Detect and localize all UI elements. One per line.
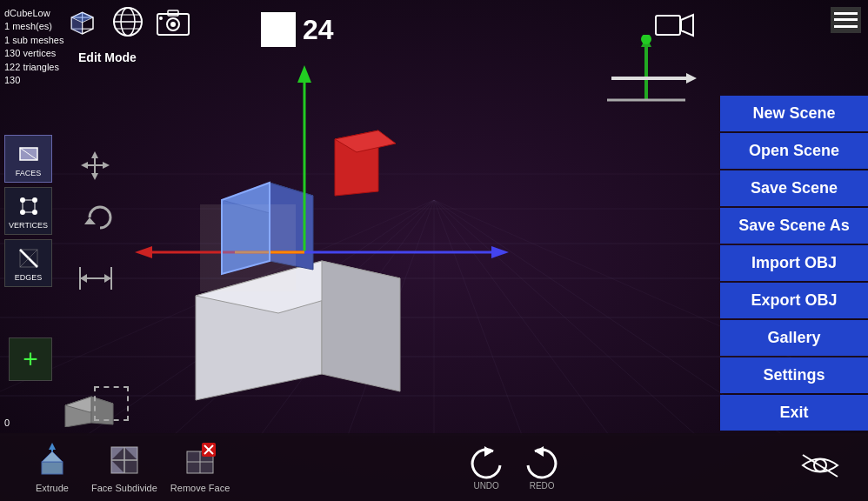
selection-box: [94, 386, 129, 421]
svg-marker-84: [81, 162, 88, 169]
mode-vertices-label: VERTICES: [9, 221, 48, 230]
extra-number: 130: [4, 74, 63, 87]
ham-line-2: [834, 18, 858, 21]
triangle-count: 122 triangles: [4, 61, 63, 74]
svg-marker-42: [686, 73, 697, 84]
face-subdivide-icon: [105, 441, 144, 479]
sub-mesh-count: 1 sub meshes: [4, 34, 63, 47]
redo-button[interactable]: REDO: [523, 444, 561, 491]
menu-open-scene[interactable]: Open Scene: [720, 133, 868, 169]
svg-point-62: [170, 22, 176, 27]
svg-marker-86: [84, 217, 96, 224]
ham-line-3: [834, 25, 858, 28]
svg-marker-91: [104, 274, 111, 283]
mode-edges[interactable]: EDGES: [4, 239, 52, 287]
svg-rect-65: [656, 16, 680, 35]
hamburger-menu[interactable]: [831, 7, 861, 33]
menu-save-scene-as[interactable]: Save Scene As: [720, 208, 868, 244]
frame-number: 24: [303, 14, 334, 46]
svg-marker-21: [322, 261, 400, 391]
edit-mode-label: Edit Mode: [78, 50, 137, 64]
vertex-count: 130 vertices: [4, 47, 63, 60]
svg-marker-33: [491, 246, 509, 258]
svg-marker-108: [484, 446, 493, 457]
visibility-toggle[interactable]: [798, 451, 842, 484]
mode-faces-label: FACES: [16, 169, 42, 177]
svg-marker-82: [91, 151, 98, 158]
undo-redo-group: UNDO REDO: [467, 444, 561, 491]
ham-line-1: [834, 12, 858, 15]
scale-icon[interactable]: [78, 265, 113, 297]
viewport[interactable]: dCubeLow 1 mesh(es) 1 sub meshes 130 ver…: [0, 0, 868, 501]
extrude-icon: [33, 441, 71, 479]
svg-rect-92: [42, 462, 63, 474]
svg-marker-90: [80, 274, 87, 283]
mesh-count: 1 mesh(es): [4, 20, 63, 33]
frame-counter: 24: [261, 12, 334, 47]
svg-marker-85: [103, 162, 110, 169]
coord-display: 0: [0, 416, 14, 430]
dropdown-menu: New Scene Open Scene Save Scene Save Sce…: [720, 96, 868, 431]
mode-faces[interactable]: FACES: [4, 135, 52, 183]
redo-label: REDO: [530, 481, 555, 491]
svg-point-64: [159, 17, 163, 20]
remove-face-tool[interactable]: Remove Face: [170, 441, 230, 493]
undo-button[interactable]: UNDO: [467, 444, 505, 491]
svg-marker-31: [135, 246, 152, 258]
menu-export-obj[interactable]: Export OBJ: [720, 283, 868, 318]
info-panel: dCubeLow 1 mesh(es) 1 sub meshes 130 ver…: [4, 7, 63, 87]
extrude-label: Extrude: [36, 483, 69, 493]
menu-import-obj[interactable]: Import OBJ: [720, 245, 868, 281]
bottom-toolbar: Extrude Face Subdivide: [0, 433, 868, 501]
svg-marker-35: [222, 183, 270, 274]
menu-save-scene[interactable]: Save Scene: [720, 170, 868, 206]
frame-box: [261, 12, 296, 47]
svg-marker-95: [49, 443, 56, 450]
menu-gallery[interactable]: Gallery: [720, 320, 868, 356]
menu-exit[interactable]: Exit: [720, 395, 868, 431]
menu-new-scene[interactable]: New Scene: [720, 96, 868, 131]
nav-compass: [594, 35, 698, 113]
svg-marker-83: [91, 173, 98, 180]
mode-panel: FACES VERTICES EDGES: [4, 135, 52, 287]
remove-face-label: Remove Face: [170, 483, 230, 493]
cube-icon-btn[interactable]: [65, 4, 100, 39]
remove-face-icon: [181, 441, 219, 479]
menu-settings[interactable]: Settings: [720, 357, 868, 393]
extrude-tool[interactable]: Extrude: [26, 441, 78, 493]
move-icon[interactable]: [80, 150, 110, 187]
object-name: dCubeLow: [4, 7, 63, 20]
undo-label: UNDO: [473, 481, 498, 491]
globe-icon-btn[interactable]: [110, 4, 145, 39]
svg-marker-109: [535, 446, 544, 457]
undo-rotate-icon[interactable]: [83, 200, 117, 242]
mode-vertices[interactable]: VERTICES: [4, 187, 52, 235]
add-button[interactable]: +: [9, 337, 52, 381]
face-subdivide-label: Face Subdivide: [91, 483, 157, 493]
svg-marker-29: [297, 65, 311, 83]
mode-edges-label: EDGES: [15, 273, 43, 282]
camera-icon-btn[interactable]: [655, 12, 694, 43]
left-toolbar: [65, 4, 190, 39]
svg-point-44: [641, 35, 651, 44]
face-subdivide-tool[interactable]: Face Subdivide: [91, 441, 157, 493]
svg-marker-93: [42, 451, 63, 462]
svg-marker-66: [681, 15, 693, 36]
screenshot-icon-btn[interactable]: [156, 4, 190, 39]
